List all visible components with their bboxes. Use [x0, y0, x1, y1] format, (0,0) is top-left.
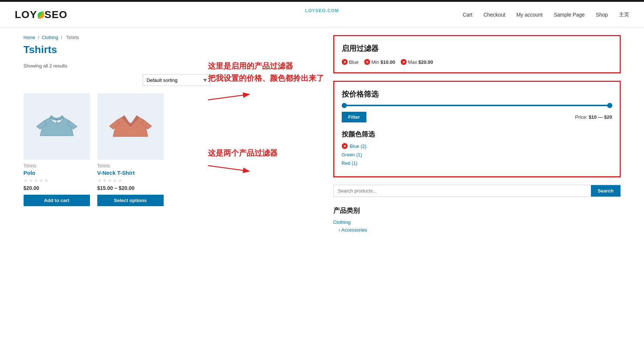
product-stars-vneck: ★ ★ ★ ★ ★: [97, 178, 164, 183]
color-item-blue: ✕ Blue (2): [342, 143, 612, 149]
remove-blue-icon[interactable]: ✕: [342, 59, 348, 65]
search-widget: Search: [333, 185, 621, 197]
color-filter-title: 按颜色筛选: [342, 130, 612, 139]
polo-shirt-icon: [33, 103, 81, 150]
filter-tag-min-label: Min $10.00: [372, 59, 395, 65]
product-category-vneck: Tshirts: [97, 163, 164, 169]
arrow-down-right-icon: [208, 162, 252, 173]
filter-tag-max: ✕ Max $20.00: [401, 59, 433, 65]
color-item-red: Red (1): [342, 160, 612, 166]
color-link-green[interactable]: Green (1): [342, 152, 362, 157]
filter-tag-max-label: Max $20.00: [408, 59, 433, 65]
star-3: ★: [108, 178, 112, 183]
results-count: Showing all 2 results: [24, 63, 208, 69]
search-products-input[interactable]: [334, 185, 591, 197]
nav-shop[interactable]: Shop: [596, 12, 608, 18]
star-4: ★: [39, 178, 43, 183]
star-4: ★: [113, 178, 117, 183]
star-1: ★: [24, 178, 28, 183]
products-grid: Tshirts Polo ★ ★ ★ ★ ★ $20.00 Add to car…: [24, 93, 208, 206]
active-filters-title: 启用过滤器: [342, 44, 612, 53]
price-slider-min-handle[interactable]: [342, 103, 347, 108]
product-category-polo: Tshirts: [24, 163, 90, 169]
active-filters-box: 启用过滤器 ✕ Blue ✕ Min $10.00 ✕ Max $20.00: [333, 35, 621, 73]
star-2: ★: [102, 178, 107, 183]
nav-cart[interactable]: Cart: [463, 12, 472, 18]
breadcrumb-home[interactable]: Home: [24, 35, 35, 40]
sort-select[interactable]: Default sorting Sort by popularity Sort …: [143, 74, 210, 86]
filter-tag-min: ✕ Min $10.00: [364, 59, 395, 65]
price-range-slider[interactable]: [342, 105, 612, 106]
product-image-polo: [24, 93, 90, 160]
color-link-red[interactable]: Red (1): [342, 160, 358, 166]
vneck-shirt-icon: [107, 103, 154, 150]
remove-min-icon[interactable]: ✕: [364, 59, 370, 65]
svg-point-0: [56, 119, 58, 121]
price-slider-max-handle[interactable]: [607, 103, 612, 108]
main-nav: Cart Checkout My account Sample Page Sho…: [463, 11, 629, 18]
product-price-vneck: $15.00 – $20.00: [97, 185, 164, 191]
arrow-up-right-icon: [208, 93, 252, 104]
watermark: LOYSEO.COM: [305, 8, 339, 13]
category-item-clothing[interactable]: Clothing: [333, 219, 621, 225]
select-options-button-vneck[interactable]: Select options: [97, 195, 164, 206]
product-name-vneck[interactable]: V-Neck T-Shirt: [97, 170, 164, 176]
annotation-text-2: 把我设置的价格、颜色都拎出来了: [208, 73, 333, 83]
filter-tag-blue-label: Blue: [349, 59, 359, 65]
product-stars-polo: ★ ★ ★ ★ ★: [24, 178, 90, 183]
nav-home-zh[interactable]: 主页: [619, 11, 629, 18]
svg-line-4: [208, 94, 248, 100]
category-item-accessories[interactable]: Accessories: [333, 227, 621, 233]
price-filter-button[interactable]: Filter: [342, 112, 367, 122]
active-filters-list: ✕ Blue ✕ Min $10.00 ✕ Max $20.00: [342, 59, 612, 65]
product-name-polo[interactable]: Polo: [24, 170, 90, 176]
sidebar: 启用过滤器 ✕ Blue ✕ Min $10.00 ✕ Max $20.00: [333, 35, 621, 235]
breadcrumb-clothing[interactable]: Clothing: [42, 35, 58, 40]
price-filter-title: 按价格筛选: [342, 89, 612, 99]
product-card-vneck: Tshirts V-Neck T-Shirt ★ ★ ★ ★ ★ $15.00 …: [97, 93, 164, 206]
price-filter-controls: Filter Price: $10 — $20: [342, 112, 612, 122]
annotation-text-3: 这是两个产品过滤器: [208, 148, 333, 158]
product-image-vneck: [97, 93, 164, 160]
price-filter-box: 按价格筛选 Filter Price: $10 — $20 按颜色筛选 ✕ Bl…: [333, 81, 621, 177]
remove-max-icon[interactable]: ✕: [401, 59, 407, 65]
page-title: Tshirts: [24, 44, 208, 56]
logo-text: LOYSEO: [15, 9, 67, 20]
nav-checkout[interactable]: Checkout: [483, 12, 505, 18]
nav-my-account[interactable]: My account: [516, 12, 543, 18]
star-1: ★: [97, 178, 102, 183]
breadcrumb-current: Tshirts: [66, 35, 79, 40]
search-products-button[interactable]: Search: [591, 185, 620, 197]
add-to-cart-button-polo[interactable]: Add to cart: [24, 195, 90, 206]
logo-leaf-icon: [37, 11, 45, 19]
product-card-polo: Tshirts Polo ★ ★ ★ ★ ★ $20.00 Add to car…: [24, 93, 90, 206]
filter-tag-blue: ✕ Blue: [342, 59, 359, 65]
annotation-text-1: 这里是启用的产品过滤器: [208, 61, 333, 71]
header: LOYSEO LOYSEO.COM Cart Checkout My accou…: [0, 2, 644, 28]
star-2: ★: [29, 178, 33, 183]
star-5: ★: [44, 178, 49, 183]
nav-sample-page[interactable]: Sample Page: [554, 12, 585, 18]
svg-line-5: [208, 166, 248, 171]
star-5: ★: [118, 178, 122, 183]
svg-point-1: [56, 121, 58, 123]
star-3: ★: [34, 178, 38, 183]
product-price-polo: $20.00: [24, 185, 90, 191]
price-range-value: $10 — $20: [589, 114, 612, 120]
content-column: Home / Clothing / Tshirts Tshirts Showin…: [24, 35, 208, 235]
price-display: Price: $10 — $20: [575, 114, 612, 120]
color-link-blue[interactable]: Blue (2): [350, 143, 367, 149]
breadcrumb: Home / Clothing / Tshirts: [24, 35, 208, 40]
site-logo[interactable]: LOYSEO: [15, 9, 67, 21]
annotation-column: 这里是启用的产品过滤器 把我设置的价格、颜色都拎出来了 这是两个产品过滤器: [208, 35, 333, 235]
sorting-bar: Default sorting Sort by popularity Sort …: [24, 74, 208, 86]
color-item-green: Green (1): [342, 152, 612, 157]
remove-blue-color-icon[interactable]: ✕: [342, 143, 348, 149]
categories-title: 产品类别: [333, 206, 621, 215]
